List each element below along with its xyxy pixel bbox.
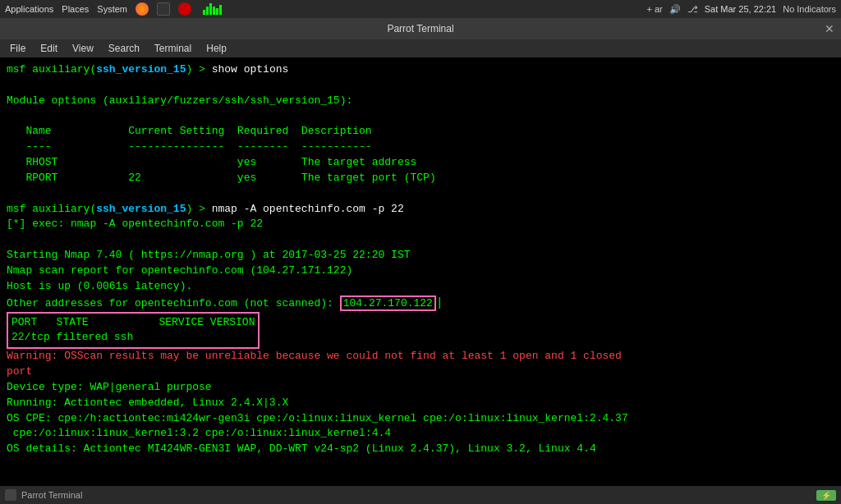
terminal-module-header: Module options (auxiliary/fuzzers/ssh/ss…	[7, 94, 834, 109]
parrot-icon	[178, 2, 191, 16]
terminal-running: Running: Actiontec embedded, Linux 2.4.X…	[7, 396, 834, 411]
sys-bar-right: + ar 🔊 ⎇ Sat Mar 25, 22:21 No Indicators	[646, 4, 836, 15]
status-bar-label: Parrot Terminal	[21, 490, 82, 500]
sys-bar-left: Applications Places System	[5, 2, 222, 16]
system-bar: Applications Places System + ar 🔊 ⎇ Sat …	[0, 0, 841, 18]
terminal-line-nmap-prompt: msf auxiliary(ssh_version_15) > nmap -A …	[7, 202, 834, 218]
terminal-warning2: port	[7, 364, 834, 380]
applications-menu[interactable]: Applications	[5, 4, 53, 14]
terminal-port-table: PORT STATE SERVICE VERSION 22/tcp filter…	[7, 312, 834, 350]
terminal-blank-4	[7, 232, 834, 248]
indicators-label: No Indicators	[783, 4, 836, 14]
terminal-menu[interactable]: Terminal	[148, 41, 198, 56]
file-menu[interactable]: File	[3, 41, 32, 56]
terminal-line-1: msf auxiliary(ssh_version_15) > show opt…	[7, 62, 834, 78]
terminal-nmap-host: Host is up (0.0061s latency).	[7, 279, 834, 295]
bluetooth-icon: + ar	[646, 4, 662, 14]
window-title: Parrot Terminal	[387, 23, 453, 34]
system-menu[interactable]: System	[97, 4, 127, 14]
terminal-rport: RPORT 22 yes The target port (TCP)	[7, 171, 834, 186]
view-menu[interactable]: View	[66, 41, 100, 56]
terminal-os-cpe: OS CPE: cpe:/h:actiontec:mi424wr-gen3i c…	[7, 411, 834, 427]
battery-icon: ⎇	[687, 4, 698, 15]
audio-visualizer	[203, 3, 222, 15]
places-menu[interactable]: Places	[62, 4, 89, 14]
status-bar: Parrot Terminal ⚡	[0, 486, 841, 504]
terminal-col-header: Name Current Setting Required Descriptio…	[7, 124, 834, 140]
firefox-icon	[136, 2, 149, 16]
terminal-icon-small	[157, 2, 170, 16]
terminal-device: Device type: WAP|general purpose	[7, 380, 834, 396]
terminal-blank-3	[7, 186, 834, 202]
terminal-nmap-other: Other addresses for opentechinfo.com (no…	[7, 295, 834, 312]
terminal-blank-2	[7, 109, 834, 125]
title-bar: Parrot Terminal ✕	[0, 18, 841, 39]
terminal-os-cpe2: cpe:/o:linux:linux_kernel:3.2 cpe:/o:lin…	[7, 426, 834, 442]
edit-menu[interactable]: Edit	[34, 41, 64, 56]
ip-highlight: 104.27.170.122	[340, 296, 436, 311]
terminal[interactable]: msf auxiliary(ssh_version_15) > show opt…	[0, 57, 841, 486]
volume-icon: 🔊	[669, 4, 681, 15]
datetime-label: Sat Mar 25, 22:21	[705, 4, 776, 14]
terminal-os-details: OS details: Actiontec MI424WR-GEN3I WAP,…	[7, 442, 834, 457]
terminal-blank-1	[7, 78, 834, 94]
terminal-nmap-scan-report: Nmap scan report for opentechinfo.com (1…	[7, 263, 834, 279]
terminal-rhost: RHOST yes The target address	[7, 155, 834, 171]
search-menu[interactable]: Search	[102, 41, 146, 56]
port-table-box: PORT STATE SERVICE VERSION 22/tcp filter…	[7, 312, 260, 350]
help-menu[interactable]: Help	[200, 41, 233, 56]
terminal-nmap-starting: Starting Nmap 7.40 ( https://nmap.org ) …	[7, 248, 834, 263]
menu-bar: File Edit View Search Terminal Help	[0, 39, 841, 57]
status-terminal-icon	[5, 489, 16, 501]
battery-status: ⚡	[816, 490, 836, 501]
terminal-warning: Warning: OSScan results may be unreliabl…	[7, 349, 834, 364]
terminal-exec: [*] exec: nmap -A opentechinfo.com -p 22	[7, 217, 834, 232]
close-button[interactable]: ✕	[825, 22, 834, 35]
terminal-col-dashes: ---- --------------- -------- ----------…	[7, 140, 834, 155]
